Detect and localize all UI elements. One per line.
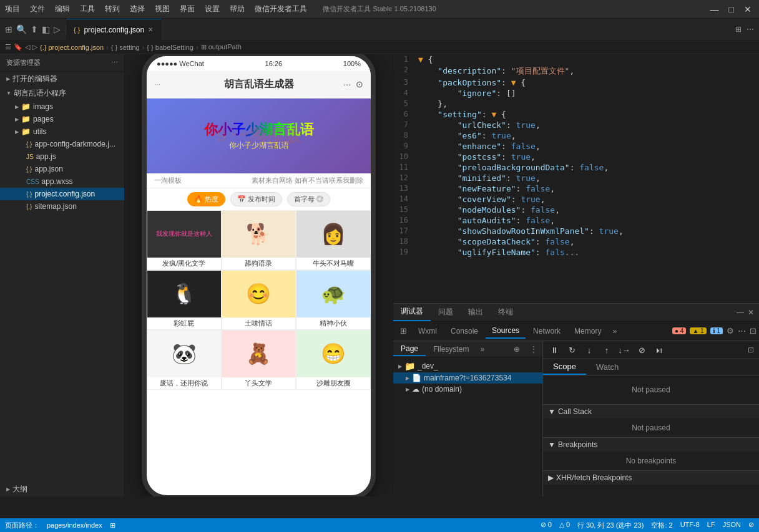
filter-hot[interactable]: 🔥 热度 xyxy=(187,192,225,206)
tree-item-mainframe[interactable]: ▶ 📄 mainframe?t=1636273534 xyxy=(393,372,542,384)
close-button[interactable]: ✕ xyxy=(742,4,754,14)
sidebar-item-app-config[interactable]: {.} app-config-darkmode.j... xyxy=(0,138,124,150)
sidebar-section-outline[interactable]: ▶ 大纲 xyxy=(0,482,124,496)
sources-tab-filesystem[interactable]: Filesystem xyxy=(426,343,476,355)
menu-interface[interactable]: 界面 xyxy=(180,4,195,14)
grid-item-5[interactable]: 🐢 精神小伙 xyxy=(296,270,371,330)
sidebar-item-imags[interactable]: ▶ 📁 imags xyxy=(0,100,124,113)
debugger-close-icon[interactable]: ✕ xyxy=(748,308,754,317)
breakpoints-header[interactable]: ▼ Breakpoints xyxy=(543,438,759,452)
debug-header-tab-debugger[interactable]: 调试器 xyxy=(393,304,431,321)
menu-bar[interactable]: 项目 文件 编辑 工具 转到 选择 视图 界面 设置 帮助 微信开发者工具 xyxy=(5,4,307,14)
split-editor-button[interactable]: ⊞ xyxy=(735,25,742,34)
resume-button[interactable]: ⏸ xyxy=(548,344,561,356)
sources-more-button[interactable]: ⋮ xyxy=(525,343,542,355)
sidebar-item-utils[interactable]: ▶ 📁 utils xyxy=(0,125,124,138)
sidebar-item-app-wxss[interactable]: CSS app.wxss xyxy=(0,175,124,188)
grid-item-2[interactable]: 👩 牛头不对马嘴 xyxy=(296,210,371,270)
line-num-11: 11 xyxy=(393,162,416,172)
sources-tab-more[interactable]: » xyxy=(476,343,488,355)
menu-file[interactable]: 文件 xyxy=(30,4,45,14)
menu-help[interactable]: 帮助 xyxy=(230,4,245,14)
window-controls[interactable]: — □ ✕ xyxy=(708,4,754,14)
real-icon[interactable]: ▷ xyxy=(54,24,61,34)
debugger-device-icon[interactable]: ⊞ xyxy=(396,324,411,339)
tab-network[interactable]: Network xyxy=(527,324,567,338)
pause-button[interactable]: ⏯ xyxy=(653,344,665,356)
tab-close-button[interactable]: ✕ xyxy=(148,26,153,33)
step-over-button[interactable]: ↻ xyxy=(566,344,578,356)
phone-nav-record-icon[interactable]: ⊙ xyxy=(356,79,363,89)
call-stack-header[interactable]: ▼ Call Stack xyxy=(543,405,759,418)
tree-item-nodomain[interactable]: ▶ ☁ (no domain) xyxy=(393,384,542,395)
minimize-button[interactable]: — xyxy=(708,4,722,14)
more-tools-button[interactable]: » xyxy=(609,324,620,338)
step-button[interactable]: ↓→ xyxy=(618,344,630,356)
menu-view[interactable]: 视图 xyxy=(155,4,170,14)
watch-tab[interactable]: Watch xyxy=(586,360,629,374)
debugger-minimize-icon[interactable]: — xyxy=(737,308,744,317)
copy-icon[interactable]: ⊡ xyxy=(750,326,757,336)
sidebar-item-project-config[interactable]: {.} project.config.json xyxy=(0,188,124,200)
debug-header-tab-issues[interactable]: 问题 xyxy=(431,307,461,317)
deactivate-button[interactable]: ⊘ xyxy=(635,344,648,356)
menu-project[interactable]: 项目 xyxy=(5,4,20,14)
tab-memory[interactable]: Memory xyxy=(568,324,607,338)
xhr-header[interactable]: ▶ XHR/fetch Breakpoints xyxy=(543,471,759,485)
phone-simulator: ●●●●● WeChat 16:26 100% ··· 胡言乱语生成器 ··· … xyxy=(125,54,393,496)
code-editor[interactable]: 1 ▼ { 2 "description": "项目配置文件", 3 "pack… xyxy=(393,54,759,303)
grid-item-1[interactable]: 🐕 舔狗语录 xyxy=(222,210,296,270)
more-icon[interactable]: ⋯ xyxy=(738,326,746,336)
preview-icon[interactable]: ◧ xyxy=(42,24,50,34)
sources-tab-page[interactable]: Page xyxy=(393,342,426,356)
filter-alpha[interactable]: 首字母 ◎ xyxy=(287,192,330,206)
debug-header-tab-output[interactable]: 输出 xyxy=(461,307,491,317)
menu-goto[interactable]: 转到 xyxy=(105,4,120,14)
step-into-button[interactable]: ↓ xyxy=(583,344,595,356)
sources-add-button[interactable]: ⊕ xyxy=(509,343,525,355)
settings-icon[interactable]: ⚙ xyxy=(727,326,734,336)
phone-nav-back-icon[interactable]: ··· xyxy=(154,80,160,89)
step-out-button[interactable]: ↑ xyxy=(600,344,613,356)
tab-console[interactable]: Console xyxy=(444,324,484,338)
grid-item-3[interactable]: 🐧 彩虹屁 xyxy=(147,270,222,330)
bc-forward-icon[interactable]: ▷ xyxy=(32,43,37,51)
menu-tools[interactable]: 工具 xyxy=(80,4,95,14)
tree-item-dev[interactable]: ▶ 📁 _dev_ xyxy=(393,360,542,372)
filter-time[interactable]: 📅 发布时间 xyxy=(230,192,282,206)
menu-settings[interactable]: 设置 xyxy=(205,4,220,14)
phone-nav-dots-icon[interactable]: ··· xyxy=(343,79,351,89)
maximize-button[interactable]: □ xyxy=(727,4,737,14)
tab-project-config[interactable]: {.} project.config.json ✕ xyxy=(66,19,161,41)
menu-select[interactable]: 选择 xyxy=(130,4,145,14)
grid-item-8[interactable]: 😁 沙雕朋友圈 xyxy=(296,330,371,390)
bc-output: ⊞ outputPath xyxy=(201,43,242,51)
more-tabs-button[interactable]: ⋯ xyxy=(747,25,754,34)
info-badge: ℹ 1 xyxy=(710,327,723,334)
sidebar-section-project[interactable]: ▼ 胡言乱语小程序 xyxy=(0,86,124,100)
grid-item-4[interactable]: 😊 土味情话 xyxy=(222,270,296,330)
menu-edit[interactable]: 编辑 xyxy=(55,4,70,14)
menu-devtools[interactable]: 微信开发者工具 xyxy=(255,4,307,14)
upload-icon[interactable]: ⬆ xyxy=(31,24,38,34)
sidebar-section-open-editors[interactable]: ▶ 打开的编辑器 xyxy=(0,72,124,86)
sidebar-more-icon[interactable]: ⋯ xyxy=(111,59,118,67)
grid-item-0[interactable]: 我发现你就是这种人 发疯/黑化文学 xyxy=(147,210,222,270)
scope-tab[interactable]: Scope xyxy=(543,359,586,375)
tab-sources[interactable]: Sources xyxy=(486,324,526,339)
bottom-format-icon[interactable]: ⊘ xyxy=(748,521,754,530)
sidebar-item-sitemap[interactable]: {.} sitemap.json xyxy=(0,200,124,213)
sidebar-item-app-js[interactable]: JS app.js xyxy=(0,150,124,163)
simulator-icon[interactable]: ⊞ xyxy=(5,24,12,34)
tab-wxml[interactable]: Wxml xyxy=(412,324,443,338)
bottom-page-path-icon[interactable]: ⊞ xyxy=(110,521,115,530)
grid-item-6[interactable]: 🐼 废话，还用你说 xyxy=(147,330,222,390)
grid-item-7[interactable]: 🧸 丫头文学 xyxy=(222,330,296,390)
sidebar-item-app-json[interactable]: {.} app.json xyxy=(0,163,124,175)
expand-icon[interactable]: ⊡ xyxy=(748,346,754,354)
debug-header-tab-terminal[interactable]: 终端 xyxy=(491,307,521,317)
compile-icon[interactable]: 🔍 xyxy=(16,24,27,34)
toolbar-icons: ⊞ 🔍 ⬆ ◧ ▷ xyxy=(0,24,66,34)
sidebar-item-pages[interactable]: ▶ 📁 pages xyxy=(0,113,124,125)
bc-back-icon[interactable]: ◁ xyxy=(25,43,30,51)
